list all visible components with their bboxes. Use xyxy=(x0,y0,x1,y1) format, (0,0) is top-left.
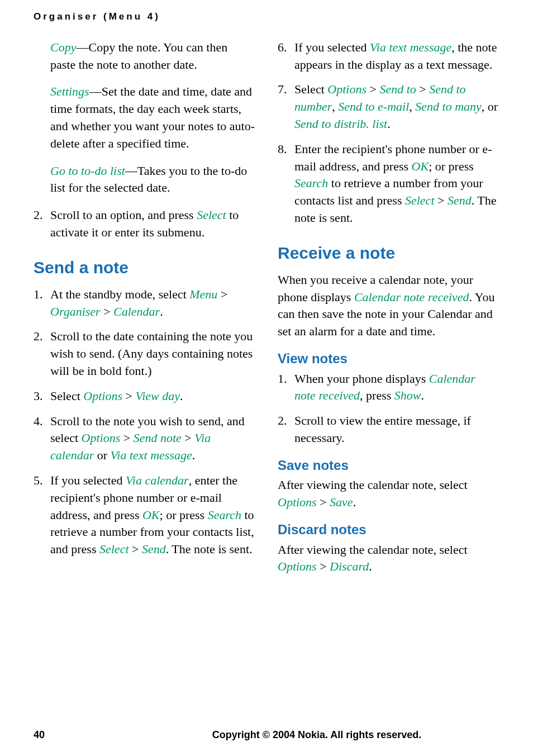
item-text: Scroll to the note you wish to send, and… xyxy=(50,413,255,464)
select-key: Select xyxy=(197,208,226,222)
goto-item: Go to to-do list—Takes you to the to-do … xyxy=(34,163,255,197)
send-step-7: 7. Select Options > Send to > Send to nu… xyxy=(278,81,499,132)
select-key: Select xyxy=(99,542,129,556)
item-text: Enter the recipient's phone number or e-… xyxy=(294,141,499,227)
discard-notes-heading: Discard notes xyxy=(278,520,499,539)
send-step-4: 4. Scroll to the note you wish to send, … xyxy=(34,413,255,464)
send-step-6: 6. If you selected Via text message, the… xyxy=(278,39,499,74)
page-number: 40 xyxy=(34,728,134,742)
item-text: Scroll to view the entire message, if ne… xyxy=(294,412,499,447)
goto-label: Go to to-do list xyxy=(50,164,125,178)
send-to-distrib-list-key: Send to distrib. list xyxy=(294,117,387,131)
copy-text: —Copy the note. You can then paste the n… xyxy=(50,40,227,72)
options-key: Options xyxy=(83,389,122,403)
options-key: Options xyxy=(82,431,121,445)
view-step-2: 2. Scroll to view the entire message, if… xyxy=(278,412,499,447)
item-text: Scroll to the date containing the note y… xyxy=(50,328,255,379)
send-to-many-key: Send to many xyxy=(415,99,482,113)
page-footer: 40 Copyright © 2004 Nokia. All rights re… xyxy=(34,728,499,742)
via-calendar-key: Via calendar xyxy=(126,473,189,487)
view-step-1: 1. When your phone displays Calendar not… xyxy=(278,370,499,405)
view-day-key: View day xyxy=(135,389,180,403)
send-to-email-key: Send to e-mail xyxy=(338,99,409,113)
save-notes-heading: Save notes xyxy=(278,456,499,475)
show-key: Show xyxy=(394,388,421,402)
item-number: 8. xyxy=(278,141,294,227)
via-text-message-key: Via text message xyxy=(111,448,192,462)
item-number: 1. xyxy=(34,286,50,321)
ok-key: OK xyxy=(142,508,160,522)
send-step-3: 3. Select Options > View day. xyxy=(34,388,255,405)
item-number: 3. xyxy=(34,388,50,405)
item-text: If you selected Via calendar, enter the … xyxy=(50,472,255,558)
item-number: 6. xyxy=(278,39,294,74)
item-text: Scroll to an option, and press Select to… xyxy=(50,207,255,241)
organiser-key: Organiser xyxy=(50,305,101,318)
discard-key: Discard xyxy=(330,559,369,573)
receive-paragraph: When you receive a calendar note, your p… xyxy=(278,272,499,340)
send-key: Send xyxy=(448,193,472,207)
save-paragraph: After viewing the calendar note, select … xyxy=(278,477,499,511)
right-column: 6. If you selected Via text message, the… xyxy=(278,39,499,583)
page-header: Organiser (Menu 4) xyxy=(34,10,499,23)
send-step-5: 5. If you selected Via calendar, enter t… xyxy=(34,472,255,558)
calendar-key: Calendar xyxy=(113,305,160,318)
discard-paragraph: After viewing the calendar note, select … xyxy=(278,541,499,576)
save-key: Save xyxy=(330,495,353,509)
send-step-8: 8. Enter the recipient's phone number or… xyxy=(278,141,499,227)
send-step-1: 1. At the standby mode, select Menu > Or… xyxy=(34,286,255,321)
view-notes-heading: View notes xyxy=(278,349,499,368)
item-text: Select Options > View day. xyxy=(50,388,255,405)
options-key: Options xyxy=(327,82,367,96)
item-number: 4. xyxy=(34,413,50,464)
item-text: Select Options > Send to > Send to numbe… xyxy=(294,81,499,132)
copy-item: Copy—Copy the note. You can then paste t… xyxy=(34,39,255,74)
options-key: Options xyxy=(278,559,317,573)
settings-item: Settings—Set the date and time, date and… xyxy=(34,83,255,152)
send-to-key: Send to xyxy=(379,82,416,96)
item-text: When your phone displays Calendar note r… xyxy=(294,370,499,405)
item-number: 1. xyxy=(278,370,294,405)
list-item-2: 2. Scroll to an option, and press Select… xyxy=(34,207,255,241)
item-number: 2. xyxy=(34,207,50,241)
item-text: If you selected Via text message, the no… xyxy=(294,39,499,74)
select-key: Select xyxy=(405,193,435,207)
item-number: 2. xyxy=(34,328,50,379)
send-a-note-heading: Send a note xyxy=(34,256,255,279)
via-text-message-key: Via text message xyxy=(370,40,451,54)
item-text: At the standby mode, select Menu > Organ… xyxy=(50,286,255,321)
send-note-key: Send note xyxy=(134,431,182,445)
send-step-2: 2. Scroll to the date containing the not… xyxy=(34,328,255,379)
item-number: 7. xyxy=(278,81,294,132)
send-key: Send xyxy=(142,542,166,556)
copyright-text: Copyright © 2004 Nokia. All rights reser… xyxy=(134,728,499,742)
calendar-note-received-key: Calendar note received xyxy=(354,290,469,304)
left-column: Copy—Copy the note. You can then paste t… xyxy=(34,39,255,583)
copy-label: Copy xyxy=(50,40,76,54)
search-key: Search xyxy=(208,508,241,522)
search-key: Search xyxy=(294,176,328,190)
item-number: 2. xyxy=(278,412,294,447)
settings-label: Settings xyxy=(50,84,89,98)
item-number: 5. xyxy=(34,472,50,558)
content-columns: Copy—Copy the note. You can then paste t… xyxy=(34,39,499,583)
ok-key: OK xyxy=(412,159,429,173)
options-key: Options xyxy=(278,495,317,509)
menu-key: Menu xyxy=(189,287,217,301)
receive-a-note-heading: Receive a note xyxy=(278,241,499,265)
